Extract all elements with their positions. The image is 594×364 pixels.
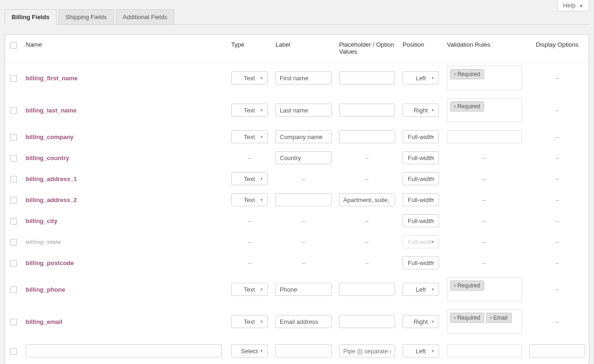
row-checkbox[interactable] (10, 319, 17, 325)
type-select[interactable]: Text▼ (231, 283, 268, 296)
label-input[interactable] (276, 283, 332, 296)
tab-shipping[interactable]: Shipping Fields (58, 9, 114, 24)
type-select[interactable]: Text▼ (231, 193, 268, 206)
position-select[interactable]: Full-width▼ (403, 151, 439, 164)
type-dash: – (231, 154, 268, 161)
placeholder-input[interactable] (339, 71, 395, 84)
validation-dash: – (447, 154, 522, 161)
field-name-link[interactable]: billing_first_name (26, 75, 78, 82)
display-dash: – (529, 196, 585, 203)
field-name-link[interactable]: billing_phone (26, 286, 65, 293)
display-dash: – (529, 318, 585, 325)
type-select[interactable]: Text▼ (231, 130, 268, 143)
placeholder-input[interactable] (339, 283, 395, 296)
label-input[interactable] (276, 71, 332, 84)
row-checkbox[interactable] (10, 218, 17, 224)
row-checkbox[interactable] (10, 287, 17, 293)
field-name-link[interactable]: billing_postcode (26, 259, 74, 266)
placeholder-dash: – (339, 238, 395, 245)
field-name-link[interactable]: billing_address_2 (26, 196, 77, 203)
table-row: billing_city–––Full-width▼–– (5, 210, 589, 231)
remove-tag-icon[interactable]: × (453, 315, 456, 321)
new-field-label-input[interactable] (276, 344, 332, 357)
new-field-position-select[interactable]: Left▼ (403, 344, 439, 357)
position-select[interactable]: Full-width▼ (403, 172, 439, 185)
tab-additional[interactable]: Additional Fields (116, 9, 174, 24)
label-input[interactable] (276, 193, 332, 206)
validation-dash: – (447, 196, 522, 203)
select-all-checkbox[interactable] (10, 42, 17, 49)
new-field-display-input[interactable] (529, 344, 585, 357)
validation-dash: – (447, 175, 522, 182)
field-name-link[interactable]: billing_address_1 (26, 175, 77, 182)
position-select[interactable]: Full-width▼ (403, 256, 439, 269)
tab-billing[interactable]: Billing Fields (5, 9, 57, 25)
row-checkbox[interactable] (10, 155, 17, 161)
field-name-link[interactable]: billing_email (26, 318, 63, 325)
validation-tag[interactable]: ×Email (486, 313, 511, 323)
new-field-name-input[interactable] (26, 344, 222, 357)
validation-input[interactable]: ×Required (447, 66, 522, 90)
validation-tag[interactable]: ×Required (450, 101, 484, 112)
position-select[interactable]: Full-width▼ (403, 214, 439, 227)
new-field-placeholder-input[interactable] (339, 344, 395, 357)
type-select[interactable]: Text▼ (231, 71, 268, 84)
field-name-link[interactable]: billing_last_name (26, 107, 77, 114)
remove-tag-icon[interactable]: × (453, 104, 456, 109)
remove-tag-icon[interactable]: × (489, 315, 492, 321)
chevron-down-icon: ▼ (260, 320, 263, 324)
placeholder-input[interactable] (339, 104, 395, 117)
position-select[interactable]: Full-width▼ (403, 193, 439, 206)
new-field-type-select[interactable]: Select▼ (231, 344, 268, 357)
position-select[interactable]: Full-width▼ (403, 130, 439, 143)
label-input[interactable] (276, 315, 332, 328)
remove-tag-icon[interactable]: × (453, 283, 456, 288)
placeholder-input[interactable] (339, 193, 395, 206)
validation-tag[interactable]: ×Required (450, 280, 484, 291)
row-checkbox[interactable] (10, 197, 17, 203)
row-checkbox[interactable] (10, 134, 17, 140)
field-name-link[interactable]: billing_company (26, 133, 74, 140)
position-select[interactable]: Full-width▼ (403, 235, 439, 248)
row-checkbox[interactable] (10, 348, 17, 355)
validation-input[interactable]: ×Required (447, 277, 522, 301)
row-checkbox[interactable] (10, 239, 17, 245)
field-name-link[interactable]: billing_country (26, 154, 69, 161)
placeholder-input[interactable] (339, 315, 395, 328)
table-row: billing_address_2Text▼Full-width▼–– (5, 189, 589, 210)
type-dash: – (231, 259, 268, 266)
position-select[interactable]: Right▼ (403, 104, 439, 117)
position-select[interactable]: Right▼ (403, 315, 439, 328)
label-input[interactable] (276, 104, 332, 117)
type-select[interactable]: Text▼ (231, 172, 268, 185)
label-input[interactable] (276, 151, 332, 164)
label-dash: – (276, 238, 332, 245)
validation-tag[interactable]: ×Required (450, 313, 484, 323)
row-checkbox[interactable] (10, 107, 17, 114)
validation-input[interactable]: ×Required (447, 98, 522, 122)
chevron-down-icon: ▼ (260, 135, 263, 139)
type-select[interactable]: Text▼ (231, 104, 268, 117)
field-name-link[interactable]: billing_state (26, 238, 61, 245)
table-row: billing_companyText▼Full-width▼– (5, 126, 589, 147)
new-field-validation-input[interactable] (447, 344, 522, 357)
chevron-down-icon: ▼ (431, 287, 435, 292)
help-tab[interactable]: Help ▼ (557, 0, 589, 11)
field-name-link[interactable]: billing_city (26, 217, 57, 224)
validation-tag[interactable]: ×Required (450, 69, 484, 79)
placeholder-input[interactable] (339, 130, 395, 143)
table-row: billing_address_1Text▼––Full-width▼–– (5, 168, 589, 189)
label-dash: – (276, 259, 332, 266)
row-checkbox[interactable] (10, 176, 17, 182)
label-input[interactable] (276, 130, 332, 143)
row-checkbox[interactable] (10, 260, 17, 266)
position-select[interactable]: Left▼ (403, 71, 439, 84)
position-select[interactable]: Left▼ (403, 283, 439, 296)
validation-input[interactable]: ×Required×Email (447, 309, 522, 334)
validation-input[interactable] (447, 130, 522, 143)
remove-tag-icon[interactable]: × (453, 71, 456, 77)
type-select[interactable]: Text▼ (231, 315, 268, 328)
row-checkbox[interactable] (10, 75, 17, 82)
col-position: Position (399, 35, 443, 62)
chevron-down-icon: ▼ (579, 4, 583, 8)
